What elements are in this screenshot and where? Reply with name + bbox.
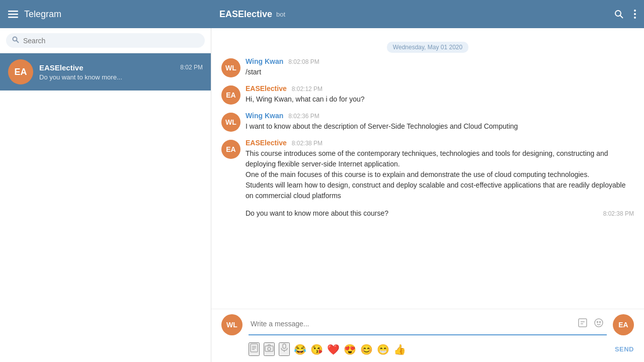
sticker-button[interactable] xyxy=(577,317,589,331)
chat-item-info: EASElective 8:02 PM Do you want to know … xyxy=(39,63,203,81)
svg-point-14 xyxy=(597,321,598,322)
svg-line-4 xyxy=(620,16,623,19)
mic-button[interactable] xyxy=(279,342,290,356)
message-sender: Wing Kwan xyxy=(246,57,283,65)
message-text: /start xyxy=(246,67,634,77)
emoji-thumbs-up[interactable]: 👍 xyxy=(393,343,406,355)
message-text: This course introduces some of the conte… xyxy=(246,148,634,201)
svg-rect-22 xyxy=(283,344,286,348)
svg-line-9 xyxy=(17,41,19,43)
message-input[interactable] xyxy=(251,320,573,328)
message-sender: EASElective xyxy=(246,84,287,93)
chat-list-item[interactable]: EA EASElective 8:02 PM Do you want to kn… xyxy=(0,53,211,90)
chat-list: EA EASElective 8:02 PM Do you want to kn… xyxy=(0,53,211,362)
more-button[interactable] xyxy=(634,9,636,19)
message-header: EASElective 8:02:12 PM xyxy=(246,84,634,93)
emoji-grin[interactable]: 😁 xyxy=(377,343,389,355)
input-area: WL xyxy=(211,309,644,362)
emoji-heart[interactable]: ❤️ xyxy=(327,343,340,355)
input-row: WL xyxy=(221,314,634,339)
message-time: 8:02:08 PM xyxy=(288,58,319,65)
message-sender: EASElective xyxy=(246,139,287,147)
message-row: WL Wing Kwan 8:02:36 PM I want to know a… xyxy=(221,112,634,132)
sender-avatar: WL xyxy=(221,314,243,335)
svg-point-3 xyxy=(615,11,621,16)
search-icon xyxy=(12,36,19,45)
avatar: WL xyxy=(221,58,240,77)
message-header: Wing Kwan 8:02:36 PM xyxy=(246,112,634,120)
message-time: 8:02:38 PM xyxy=(603,210,634,217)
search-bar xyxy=(0,28,211,53)
svg-point-15 xyxy=(600,321,601,322)
chat-name: EASElective xyxy=(219,9,272,20)
search-button[interactable] xyxy=(614,9,624,19)
date-divider: Wednesday, May 01 2020 xyxy=(221,42,634,51)
message-sender: Wing Kwan xyxy=(246,112,283,120)
send-button[interactable]: SEND xyxy=(615,345,634,353)
camera-button[interactable] xyxy=(264,342,275,356)
svg-point-6 xyxy=(634,13,636,15)
emoji-toolbar: 😂 😘 ❤️ 😍 😊 😁 👍 SEND xyxy=(221,339,634,358)
chat-item-preview: Do you want to know more... xyxy=(39,73,203,81)
message-row: EA EASElective 8:02:12 PM Hi, Wing Kwan,… xyxy=(221,84,634,105)
avatar: EA xyxy=(8,59,33,84)
message-time: 8:02:12 PM xyxy=(292,85,323,93)
svg-point-7 xyxy=(634,17,636,19)
app-title: Telegram xyxy=(24,9,61,20)
emoji-love-eyes[interactable]: 😍 xyxy=(344,343,356,355)
message-input-wrap xyxy=(249,315,607,335)
chat-area: Wednesday, May 01 2020 WL Wing Kwan 8:02… xyxy=(211,28,644,362)
emoji-laugh[interactable]: 😂 xyxy=(294,343,306,355)
message-time: 8:02:36 PM xyxy=(288,113,319,120)
message-text: I want to know about the description of … xyxy=(246,121,634,132)
attach-file-button[interactable] xyxy=(249,342,260,356)
emoji-button[interactable] xyxy=(593,317,605,331)
send-avatar-button[interactable]: EA xyxy=(613,314,634,335)
hamburger-button[interactable] xyxy=(8,9,18,19)
svg-point-8 xyxy=(13,37,17,41)
message-row: Do you want to know more about this cour… xyxy=(221,208,634,219)
sidebar: EA EASElective 8:02 PM Do you want to kn… xyxy=(0,28,211,362)
top-bar: Telegram EASElective bot xyxy=(0,0,644,28)
message-text: Hi, Wing Kwan, what can i do for you? xyxy=(246,94,634,105)
message-content: Do you want to know more about this cour… xyxy=(246,208,634,219)
emoji-kiss[interactable]: 😘 xyxy=(310,343,323,355)
svg-point-5 xyxy=(634,10,636,12)
search-input[interactable] xyxy=(23,37,199,45)
avatar: EA xyxy=(221,140,240,159)
svg-point-21 xyxy=(268,347,271,350)
top-bar-actions xyxy=(614,9,636,19)
svg-rect-2 xyxy=(8,17,18,18)
message-row: WL Wing Kwan 8:02:08 PM /start xyxy=(221,57,634,77)
message-header: Wing Kwan 8:02:08 PM xyxy=(246,57,634,65)
message-content: Wing Kwan 8:02:36 PM I want to know abou… xyxy=(246,112,634,132)
search-input-wrap xyxy=(6,33,205,48)
chat-item-header: EASElective 8:02 PM xyxy=(39,63,203,72)
top-bar-center: EASElective bot xyxy=(219,9,614,20)
chat-item-time: 8:02 PM xyxy=(180,64,203,71)
avatar: EA xyxy=(221,85,240,105)
emoji-smile[interactable]: 😊 xyxy=(360,343,373,355)
message-content: Wing Kwan 8:02:08 PM /start xyxy=(246,57,634,77)
message-row: EA EASElective 8:02:38 PM This course in… xyxy=(221,139,634,201)
avatar: WL xyxy=(221,113,240,132)
message-header: EASElective 8:02:38 PM xyxy=(246,139,634,147)
svg-rect-10 xyxy=(579,319,587,327)
chat-item-name: EASElective xyxy=(39,63,84,72)
top-bar-left: Telegram xyxy=(8,9,219,20)
svg-point-13 xyxy=(595,319,603,327)
svg-rect-1 xyxy=(8,14,18,15)
messages-container: Wednesday, May 01 2020 WL Wing Kwan 8:02… xyxy=(211,28,644,309)
message-content: EASElective 8:02:38 PM This course intro… xyxy=(246,139,634,201)
message-time: 8:02:38 PM xyxy=(292,140,323,147)
message-content: EASElective 8:02:12 PM Hi, Wing Kwan, wh… xyxy=(246,84,634,105)
svg-rect-0 xyxy=(8,11,18,12)
chat-badge: bot xyxy=(276,11,285,18)
message-text: Do you want to know more about this cour… xyxy=(246,208,388,219)
main-layout: EA EASElective 8:02 PM Do you want to kn… xyxy=(0,28,644,362)
